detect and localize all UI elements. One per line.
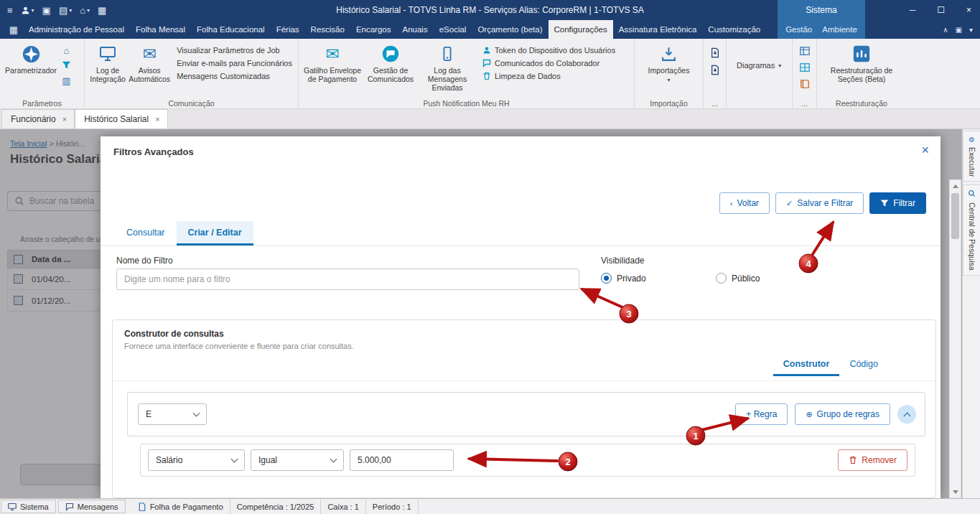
- gatilho-envelope-button[interactable]: ✉ Gatilho Envelope de Pagamento: [302, 40, 363, 98]
- ribbon-item-comunicados-colaborador[interactable]: Comunicados do Colaborador: [482, 59, 615, 67]
- salvar-e-filtrar-button[interactable]: ✓ Salvar e Filtrar: [775, 192, 864, 214]
- home-icon[interactable]: ⌂: [80, 5, 85, 16]
- group-label-importacao: Importação: [635, 99, 703, 108]
- comunicados-circle-icon: [381, 44, 400, 64]
- voltar-button[interactable]: ‹ Voltar: [719, 192, 770, 214]
- menu-item-anuais[interactable]: Anuais: [397, 20, 434, 39]
- radio-publico[interactable]: Público: [716, 273, 760, 284]
- scrollbar-thumb[interactable]: [951, 193, 959, 239]
- rule-operator-select[interactable]: Igual: [251, 449, 344, 471]
- menu-icon[interactable]: ≡: [7, 5, 13, 16]
- status-sistema[interactable]: Sistema: [1, 500, 56, 513]
- avisos-automaticos-button[interactable]: ✉ Avisos Automáticos: [128, 40, 171, 98]
- menu-item-esocial[interactable]: eSocial: [434, 20, 472, 39]
- ribbon-item-mensagens-customizadas[interactable]: Mensagens Customizadas: [177, 72, 292, 80]
- spreadsheet-icon[interactable]: [800, 46, 810, 57]
- divider: [101, 246, 941, 246]
- tab-criar-editar[interactable]: Criar / Editar: [177, 221, 253, 246]
- vertical-scrollbar[interactable]: [949, 179, 961, 498]
- scroll-up-button[interactable]: [950, 180, 961, 192]
- modal-actions: ‹ Voltar ✓ Salvar e Filtrar Filtrar: [719, 192, 926, 214]
- rule-field-select[interactable]: Salário: [148, 449, 245, 471]
- caret-down-icon: ▾: [32, 7, 34, 14]
- layout-icon[interactable]: ▣: [956, 26, 962, 34]
- menu-item-folha-educacional[interactable]: Folha Educacional: [191, 20, 271, 39]
- builder-title: Construtor de consultas: [124, 329, 224, 339]
- add-rule-group-button[interactable]: ⊕ Grupo de regras: [795, 403, 890, 425]
- menu-item-rescisao[interactable]: Rescisão: [305, 20, 350, 39]
- ribbon-group-extra-1: ...: [704, 39, 727, 108]
- scroll-down-button[interactable]: [950, 486, 961, 497]
- importacoes-button[interactable]: Importações ▾: [639, 40, 699, 98]
- panels-icon[interactable]: ▦: [98, 5, 106, 16]
- menu-item-assinatura[interactable]: Assinatura Eletrônica: [613, 20, 703, 39]
- filter-edit-icon[interactable]: [62, 60, 71, 71]
- status-caixa: Caixa : 1: [321, 499, 365, 514]
- gestao-comunicados-button[interactable]: Gestão de Comunicados: [363, 40, 418, 98]
- copy-icon[interactable]: ▥: [62, 76, 70, 85]
- close-tab-icon[interactable]: ×: [155, 115, 159, 123]
- home-icon[interactable]: ⌂: [64, 46, 70, 55]
- maximize-button[interactable]: ☐: [937, 5, 945, 15]
- remover-button[interactable]: Remover: [838, 449, 907, 471]
- tab-consultar[interactable]: Consultar: [115, 221, 177, 246]
- menu-item-customizacao[interactable]: Customização: [702, 20, 766, 39]
- ribbon-item-visualizar-job[interactable]: Visualizar Parâmetros de Job: [177, 46, 292, 55]
- app-logo-icon[interactable]: ▦: [4, 20, 23, 39]
- ribbon-item-token-dispositivo[interactable]: Token do Dispositivo dos Usuários: [482, 46, 615, 55]
- collapse-ribbon-icon[interactable]: ∧: [943, 26, 948, 34]
- modal-title: Filtros Avançados: [113, 146, 194, 157]
- book-icon[interactable]: [800, 79, 810, 90]
- device-user-icon: [482, 46, 491, 55]
- close-modal-icon[interactable]: ×: [921, 143, 929, 158]
- side-tab-central-pesquisa[interactable]: Central de Pesquisa: [963, 184, 980, 276]
- chevron-left-icon: ‹: [730, 199, 733, 207]
- collapse-group-button[interactable]: [897, 405, 916, 424]
- combinator-select[interactable]: E: [138, 403, 207, 425]
- reestruturacao-button[interactable]: Reestruturação de Seções (Beta): [821, 40, 902, 98]
- menu-item-ambiente[interactable]: Ambiente: [822, 20, 857, 39]
- caret-down-icon: ▾: [87, 7, 90, 14]
- tab-codigo[interactable]: Código: [839, 353, 888, 376]
- menu-item-folha-mensal[interactable]: Folha Mensal: [130, 20, 191, 39]
- ribbon-item-enviar-emails[interactable]: Enviar e-mails para Funcionários: [177, 59, 292, 67]
- grid-icon[interactable]: [800, 62, 810, 74]
- export-file-icon[interactable]: [710, 47, 720, 60]
- chevron-down-icon: [193, 410, 200, 417]
- menu-item-gestao[interactable]: Gestão: [785, 20, 812, 39]
- import-file-icon[interactable]: [710, 65, 720, 77]
- rule-value-input[interactable]: [350, 449, 454, 471]
- radio-publico-label: Público: [732, 274, 760, 284]
- status-competencia-label: Competência : 1/2025: [237, 503, 314, 511]
- filtrar-button[interactable]: Filtrar: [869, 192, 926, 214]
- minimize-button[interactable]: ─: [910, 5, 916, 15]
- ribbon-item-limpeza-dados[interactable]: Limpeza de Dados: [482, 72, 615, 80]
- ribbon-group-diagramas: Diagramas ▾: [727, 39, 793, 108]
- close-button[interactable]: ×: [966, 5, 971, 15]
- parametrizador-button[interactable]: Parametrizador: [3, 40, 59, 98]
- log-mensagens-button[interactable]: Log das Mensagens Enviadas: [418, 40, 477, 98]
- caret-down-icon[interactable]: ▾: [969, 26, 973, 34]
- tab-construtor[interactable]: Construtor: [773, 353, 840, 376]
- radio-privado[interactable]: Privado: [601, 273, 646, 284]
- doc-tab-funcionario[interactable]: Funcionário ×: [1, 109, 75, 128]
- user-icon[interactable]: ▾: [21, 6, 34, 15]
- menu-item-ferias[interactable]: Férias: [271, 20, 305, 39]
- diagramas-button[interactable]: Diagramas ▾: [729, 40, 789, 90]
- nome-do-filtro-input[interactable]: [116, 268, 579, 290]
- archive-icon[interactable]: ▤: [59, 5, 67, 16]
- menu-item-orcamento[interactable]: Orçamento (beta): [472, 20, 548, 39]
- status-mensagens[interactable]: Mensagens: [58, 500, 126, 513]
- radio-privado-label: Privado: [617, 274, 646, 284]
- menu-item-encargos[interactable]: Encargos: [350, 20, 397, 39]
- menu-item-configuracoes[interactable]: Configurações: [549, 20, 613, 39]
- add-rule-button[interactable]: + Regra: [735, 403, 788, 425]
- menu-item-administracao[interactable]: Administração de Pessoal: [23, 20, 130, 39]
- log-integracao-button[interactable]: Log de Integração: [88, 40, 128, 98]
- sistema-menu[interactable]: Sistema: [778, 0, 865, 20]
- screenshot-icon[interactable]: ▣: [42, 5, 51, 16]
- side-tab-executar[interactable]: ⚙ Executar: [963, 131, 980, 182]
- doc-tab-historico-salarial[interactable]: Histórico Salarial ×: [75, 109, 167, 128]
- close-tab-icon[interactable]: ×: [62, 115, 67, 123]
- scrollbar-track[interactable]: [950, 192, 961, 486]
